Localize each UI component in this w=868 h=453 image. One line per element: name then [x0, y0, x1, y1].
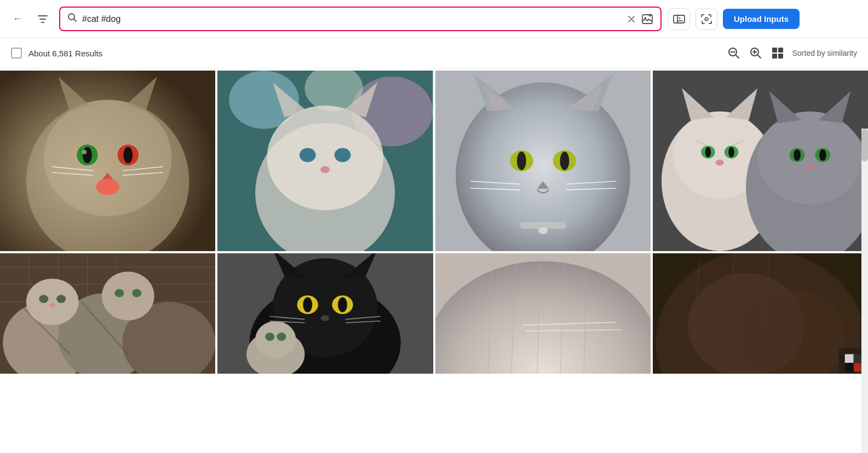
image-gallery-icon [672, 13, 686, 26]
filter-icon [37, 13, 49, 25]
list-item[interactable] [653, 71, 868, 251]
svg-point-23 [123, 147, 133, 163]
scrollbar-track [861, 129, 868, 453]
svg-point-50 [560, 152, 569, 170]
svg-rect-11 [778, 48, 783, 53]
svg-rect-10 [772, 48, 777, 53]
svg-point-89 [102, 271, 154, 320]
svg-point-40 [320, 166, 330, 173]
grid-image-4 [653, 71, 868, 251]
filter-button[interactable] [33, 9, 53, 29]
svg-rect-127 [844, 363, 853, 371]
upload-inputs-button[interactable]: Upload Inputs [723, 9, 800, 29]
scrollbar-thumb[interactable] [861, 129, 868, 161]
search-icon [67, 12, 78, 26]
clear-icon [626, 14, 636, 24]
grid-image-1 [0, 71, 215, 251]
svg-rect-13 [778, 54, 783, 59]
svg-point-53 [538, 227, 548, 234]
grid-icon [771, 46, 785, 60]
svg-point-88 [49, 303, 55, 308]
zoom-out-button[interactable] [727, 46, 741, 60]
grid-image-6 [217, 253, 433, 374]
grid-image-5 [0, 253, 215, 374]
select-all-checkbox[interactable] [11, 48, 22, 59]
clear-button[interactable] [626, 14, 636, 24]
svg-point-102 [321, 315, 329, 321]
list-item[interactable] [435, 71, 651, 251]
svg-point-106 [277, 333, 286, 341]
grid-image-2 [217, 71, 433, 251]
svg-point-64 [705, 147, 711, 157]
grid-view-button[interactable] [771, 46, 785, 60]
list-item[interactable] [0, 71, 215, 251]
svg-rect-128 [853, 354, 862, 363]
svg-point-86 [39, 295, 48, 303]
svg-rect-1 [642, 15, 652, 24]
svg-point-91 [132, 289, 141, 297]
svg-rect-4 [677, 15, 685, 23]
svg-point-85 [26, 278, 79, 325]
svg-point-75 [794, 149, 801, 161]
svg-point-49 [516, 152, 526, 170]
svg-point-25 [96, 179, 119, 195]
svg-point-87 [56, 295, 66, 303]
svg-point-104 [255, 321, 296, 358]
results-bar: About 6,581 Results Sorted b [0, 38, 868, 68]
grid-image-7 [435, 253, 651, 374]
main-content [0, 68, 868, 374]
svg-point-21 [82, 150, 87, 155]
image-grid [0, 68, 868, 374]
svg-point-67 [716, 160, 724, 166]
svg-point-5 [679, 17, 681, 19]
svg-point-35 [267, 106, 384, 210]
list-item[interactable] [0, 253, 215, 374]
list-item[interactable] [217, 71, 433, 251]
grid-image-3 [435, 71, 651, 251]
svg-point-90 [114, 289, 124, 297]
back-button[interactable]: ← [9, 10, 26, 28]
svg-point-71 [757, 112, 862, 205]
svg-rect-125 [844, 354, 853, 363]
results-left: About 6,581 Results [11, 48, 102, 59]
image-upload-icon[interactable] [641, 13, 654, 26]
sort-label: Sorted by similarity [792, 49, 857, 57]
header-right: Upload Inputs [668, 8, 800, 30]
list-item[interactable] [217, 253, 433, 374]
svg-point-78 [806, 164, 814, 170]
svg-point-105 [265, 333, 274, 341]
svg-point-66 [728, 147, 734, 157]
svg-point-16 [44, 100, 172, 216]
svg-rect-12 [772, 54, 777, 59]
svg-rect-126 [853, 363, 862, 371]
scan-button[interactable] [695, 8, 717, 30]
list-item[interactable] [653, 253, 868, 374]
grid-image-8 [653, 253, 868, 374]
svg-point-38 [300, 148, 316, 162]
zoom-out-icon [727, 46, 741, 60]
svg-point-39 [335, 148, 351, 162]
scan-icon [700, 13, 713, 26]
svg-point-20 [83, 147, 92, 163]
header: ← [0, 0, 868, 38]
image-compare-button[interactable] [668, 8, 690, 30]
results-right: Sorted by similarity [727, 46, 857, 60]
svg-point-100 [303, 297, 312, 312]
list-item[interactable] [435, 253, 651, 374]
results-count: About 6,581 Results [28, 49, 102, 58]
svg-point-7 [706, 19, 707, 20]
search-input[interactable] [82, 14, 622, 24]
zoom-in-icon [749, 46, 763, 60]
svg-point-77 [819, 149, 826, 161]
svg-point-101 [338, 297, 347, 312]
zoom-in-button[interactable] [749, 46, 763, 60]
search-box [59, 7, 662, 31]
